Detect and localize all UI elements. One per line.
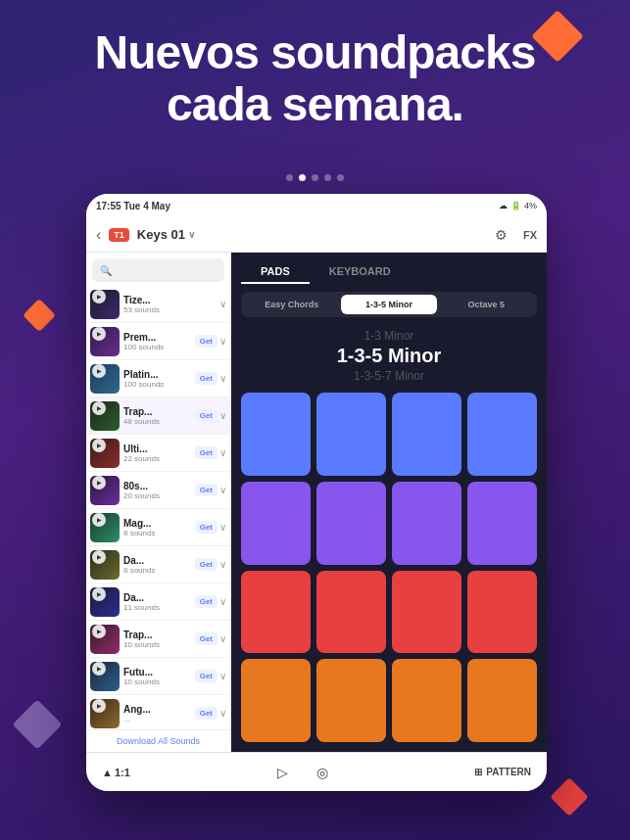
sidebar-item-5[interactable]: ▶80s...20 soundsGet∨: [86, 472, 230, 509]
track-badge: T1: [109, 228, 129, 242]
wifi-icon: ☁: [499, 201, 508, 210]
dot-2: [299, 174, 306, 181]
expand-button-3[interactable]: ∨: [219, 410, 226, 421]
sidebar: 🔍 ▶Tize...53 sounds∨▶Prem...100 soundsGe…: [86, 253, 231, 752]
expand-button-0[interactable]: ∨: [219, 299, 226, 309]
sidebar-play-2[interactable]: ▶: [92, 364, 106, 378]
sidebar-play-11[interactable]: ▶: [92, 699, 106, 713]
sidebar-count-0: 53 sounds: [123, 305, 216, 314]
sidebar-play-3[interactable]: ▶: [92, 401, 106, 415]
pad-4-2[interactable]: [316, 659, 386, 742]
tab-keyboard[interactable]: KEYBOARD: [310, 260, 411, 284]
get-button-5[interactable]: Get: [195, 484, 218, 496]
pad-4-1[interactable]: [241, 659, 311, 742]
pad-4-4[interactable]: [467, 659, 537, 742]
sidebar-play-8[interactable]: ▶: [92, 587, 106, 601]
expand-button-4[interactable]: ∨: [219, 447, 226, 458]
play-button[interactable]: ▷: [269, 759, 297, 786]
get-button-8[interactable]: Get: [195, 595, 218, 608]
pad-3-4[interactable]: [467, 571, 537, 654]
expand-button-8[interactable]: ∨: [219, 596, 226, 607]
pad-2-1[interactable]: [241, 482, 311, 565]
pad-3-1[interactable]: [241, 571, 311, 654]
sidebar-item-8[interactable]: ▶Da...11 soundsGet∨: [86, 583, 230, 621]
pad-2-2[interactable]: [316, 482, 386, 565]
sidebar-thumb-7: ▶: [90, 550, 120, 580]
chord-item-1357minor[interactable]: 1-3-5-7 Minor: [354, 369, 424, 383]
app-nav-bar: ‹ T1 Keys 01 ∨ ⚙ FX: [86, 217, 547, 253]
sidebar-thumb-8: ▶: [90, 587, 120, 617]
expand-button-6[interactable]: ∨: [219, 522, 226, 533]
sidebar-count-3: 48 sounds: [123, 417, 191, 426]
expand-button-9[interactable]: ∨: [219, 633, 226, 644]
get-button-2[interactable]: Get: [195, 372, 218, 385]
pad-2-4[interactable]: [467, 482, 537, 565]
sidebar-item-10[interactable]: ▶Futu...10 soundsGet∨: [86, 658, 230, 695]
pad-1-3[interactable]: [392, 393, 461, 476]
pattern-icon: ⊞: [474, 767, 482, 777]
expand-button-1[interactable]: ∨: [219, 336, 226, 347]
pad-1-1[interactable]: [241, 393, 311, 476]
dot-4: [324, 174, 331, 181]
sidebar-item-7[interactable]: ▶Da...8 soundsGet∨: [86, 546, 230, 583]
sidebar-name-4: Ulti...: [123, 443, 191, 454]
expand-button-10[interactable]: ∨: [219, 671, 226, 681]
sidebar-play-1[interactable]: ▶: [92, 327, 106, 341]
pad-3-3[interactable]: [392, 571, 461, 654]
chord-btn-easy[interactable]: Easy Chords: [244, 295, 339, 314]
chord-item-135minor[interactable]: 1-3-5 Minor: [337, 345, 442, 367]
sidebar-item-1[interactable]: ▶Prem...100 soundsGet∨: [86, 323, 230, 360]
search-input[interactable]: 🔍: [92, 258, 224, 282]
sidebar-play-10[interactable]: ▶: [92, 662, 106, 676]
pad-grid: [231, 387, 547, 752]
sidebar-item-2[interactable]: ▶Platin...100 soundsGet∨: [86, 360, 230, 397]
sidebar-item-0[interactable]: ▶Tize...53 sounds∨: [86, 286, 230, 323]
sidebar-name-8: Da...: [123, 592, 191, 603]
sidebar-play-9[interactable]: ▶: [92, 625, 106, 638]
expand-button-11[interactable]: ∨: [219, 708, 226, 719]
expand-button-2[interactable]: ∨: [219, 373, 226, 384]
get-button-6[interactable]: Get: [195, 521, 218, 534]
sidebar-play-7[interactable]: ▶: [92, 550, 106, 564]
sidebar-count-10: 10 sounds: [123, 677, 191, 686]
sidebar-thumb-9: ▶: [90, 625, 120, 654]
sidebar-thumb-3: ▶: [90, 401, 120, 431]
settings-button[interactable]: ⚙: [488, 221, 515, 249]
chord-btn-135minor[interactable]: 1-3-5 Minor: [341, 295, 436, 314]
sidebar-play-5[interactable]: ▶: [92, 476, 106, 490]
pad-2-3[interactable]: [392, 482, 461, 565]
sidebar-item-9[interactable]: ▶Trap...10 soundsGet∨: [86, 621, 230, 658]
sidebar-play-6[interactable]: ▶: [92, 513, 106, 527]
get-button-1[interactable]: Get: [195, 335, 218, 348]
sidebar-item-4[interactable]: ▶Ulti...22 soundsGet∨: [86, 435, 230, 472]
expand-button-5[interactable]: ∨: [219, 485, 226, 495]
pattern-button[interactable]: ⊞ PATTERN: [474, 767, 531, 777]
nav-title[interactable]: Keys 01 ∨: [137, 227, 195, 242]
sidebar-play-0[interactable]: ▶: [92, 290, 106, 303]
get-button-11[interactable]: Get: [195, 707, 218, 720]
sidebar-play-4[interactable]: ▶: [92, 439, 106, 452]
pad-3-2[interactable]: [316, 571, 386, 654]
record-button[interactable]: ◎: [309, 759, 336, 786]
download-all-button[interactable]: Download All Sounds: [86, 729, 230, 752]
expand-button-7[interactable]: ∨: [219, 559, 226, 570]
fx-button[interactable]: FX: [523, 229, 537, 241]
chord-btn-octave5[interactable]: Octave 5: [439, 295, 534, 314]
search-icon: 🔍: [100, 265, 112, 276]
sidebar-item-3[interactable]: ▶Trap...48 soundsGet∨: [86, 397, 230, 435]
tab-pads[interactable]: PADS: [241, 260, 310, 284]
pad-1-4[interactable]: [467, 393, 537, 476]
sidebar-thumb-6: ▶: [90, 513, 120, 542]
get-button-10[interactable]: Get: [195, 670, 218, 682]
chord-item-13minor[interactable]: 1-3 Minor: [364, 329, 414, 343]
right-panel: PADS KEYBOARD Easy Chords 1-3-5 Minor Oc…: [231, 253, 547, 752]
sidebar-item-11[interactable]: ▶Ang......Get∨: [86, 695, 230, 729]
sidebar-item-6[interactable]: ▶Mag...8 soundsGet∨: [86, 509, 230, 546]
pad-4-3[interactable]: [392, 659, 461, 742]
get-button-9[interactable]: Get: [195, 632, 218, 645]
pad-1-2[interactable]: [316, 393, 386, 476]
back-button[interactable]: ‹: [96, 226, 101, 244]
get-button-4[interactable]: Get: [195, 446, 218, 459]
get-button-7[interactable]: Get: [195, 558, 218, 571]
get-button-3[interactable]: Get: [195, 409, 218, 422]
